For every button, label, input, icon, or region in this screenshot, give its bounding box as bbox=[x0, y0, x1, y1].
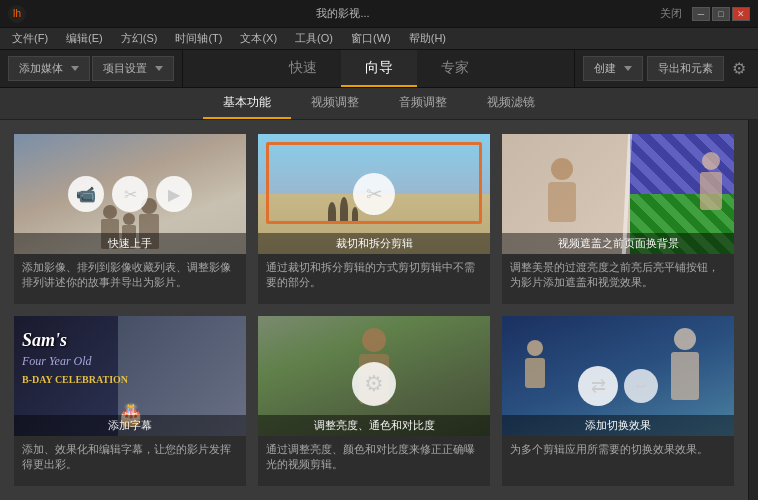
mode-tab-expert[interactable]: 专家 bbox=[417, 50, 493, 87]
create-label: 创建 bbox=[594, 61, 616, 76]
video-icon: 📹 bbox=[68, 176, 104, 212]
card-quick-start[interactable]: 📹 ✂ ▶ 快速上手 添加影像、排列到影像收藏列表、调整影像排列讲述你的故事并导… bbox=[14, 134, 246, 304]
project-settings-dropdown-icon bbox=[155, 66, 163, 71]
sub-tab-basic[interactable]: 基本功能 bbox=[203, 88, 291, 119]
maximize-button[interactable]: □ bbox=[712, 7, 730, 21]
sub-tab-filter[interactable]: 视频滤镜 bbox=[467, 88, 555, 119]
menu-effects[interactable]: 方幻(S) bbox=[113, 29, 166, 48]
card-add-text[interactable]: Sam's Four Year Old B-DAY CELEBRATION 🎂 … bbox=[14, 316, 246, 486]
right-sidebar bbox=[748, 120, 758, 500]
card-add-text-image: Sam's Four Year Old B-DAY CELEBRATION 🎂 … bbox=[14, 316, 246, 436]
add-media-button[interactable]: 添加媒体 bbox=[8, 56, 90, 81]
play-icon: ▶ bbox=[156, 176, 192, 212]
sub-tab-audio[interactable]: 音频调整 bbox=[379, 88, 467, 119]
card1-label: 快速上手 bbox=[14, 233, 246, 254]
close-hint: 关闭 bbox=[660, 6, 682, 21]
project-settings-label: 项目设置 bbox=[103, 61, 147, 76]
card5-desc: 通过调整亮度、颜色和对比度来修正正确曝光的视频剪辑。 bbox=[258, 436, 490, 486]
window-title: 我的影视... bbox=[26, 6, 660, 21]
create-dropdown-icon bbox=[624, 66, 632, 71]
card-multi-settings-image: ⇄ ↔ 添加切换效果 bbox=[502, 316, 734, 436]
menu-bar: 文件(F) 编辑(E) 方幻(S) 时间轴(T) 文本(X) 工具(O) 窗口(… bbox=[0, 28, 758, 50]
sub-tabs: 基本功能 视频调整 音频调整 视频滤镜 bbox=[0, 88, 758, 120]
sliders-icon: ⚙ bbox=[352, 362, 396, 406]
add-media-label: 添加媒体 bbox=[19, 61, 63, 76]
app-logo: Ih bbox=[8, 5, 26, 23]
project-settings-button[interactable]: 项目设置 bbox=[92, 56, 174, 81]
card-bg-replace-image: 视频遮盖之前页面换背景 bbox=[502, 134, 734, 254]
mode-tab-guide[interactable]: 向导 bbox=[341, 50, 417, 87]
sub-tab-video[interactable]: 视频调整 bbox=[291, 88, 379, 119]
card-color-correct-image: ⚙ 调整亮度、通色和对比度 bbox=[258, 316, 490, 436]
scissors-icon: ✂ bbox=[112, 176, 148, 212]
title-bar-left: Ih bbox=[8, 5, 26, 23]
create-button[interactable]: 创建 bbox=[583, 56, 643, 81]
toolbar-right: 创建 导出和元素 ⚙ bbox=[574, 50, 758, 87]
card-quick-start-image: 📹 ✂ ▶ 快速上手 bbox=[14, 134, 246, 254]
card6-desc: 为多个剪辑应用所需要的切换效果效果。 bbox=[502, 436, 734, 486]
settings-icon[interactable]: ⚙ bbox=[728, 58, 750, 80]
menu-file[interactable]: 文件(F) bbox=[4, 29, 56, 48]
minimize-button[interactable]: ─ bbox=[692, 7, 710, 21]
card2-label: 裁切和拆分剪辑 bbox=[258, 233, 490, 254]
title-bar: Ih 我的影视... 关闭 ─ □ ✕ bbox=[0, 0, 758, 28]
toolbar-left: 添加媒体 项目设置 bbox=[0, 50, 183, 87]
transition-icon: ⇄ bbox=[578, 366, 618, 406]
menu-edit[interactable]: 编辑(E) bbox=[58, 29, 111, 48]
close-button[interactable]: ✕ bbox=[732, 7, 750, 21]
card5-label: 调整亮度、通色和对比度 bbox=[258, 415, 490, 436]
export-button[interactable]: 导出和元素 bbox=[647, 56, 724, 81]
card3-label: 视频遮盖之前页面换背景 bbox=[502, 233, 734, 254]
menu-help[interactable]: 帮助(H) bbox=[401, 29, 454, 48]
mode-tab-quick[interactable]: 快速 bbox=[265, 50, 341, 87]
card4-desc: 添加、效果化和编辑字幕，让您的影片发挥得更出彩。 bbox=[14, 436, 246, 486]
card-cut-split-image: ✂ 裁切和拆分剪辑 bbox=[258, 134, 490, 254]
main-toolbar: 添加媒体 项目设置 快速 向导 专家 创建 导出和元素 ⚙ bbox=[0, 50, 758, 88]
card-multi-settings[interactable]: ⇄ ↔ 添加切换效果 为多个剪辑应用所需要的切换效果效果。 bbox=[502, 316, 734, 486]
menu-window[interactable]: 窗口(W) bbox=[343, 29, 399, 48]
card-bg-replace[interactable]: 视频遮盖之前页面换背景 调整美景的过渡亮度之前亮后亮平铺按钮，为影片添加遮盖和视… bbox=[502, 134, 734, 304]
multi-icon: ↔ bbox=[624, 369, 658, 403]
export-label: 导出和元素 bbox=[658, 61, 713, 76]
menu-tools[interactable]: 工具(O) bbox=[287, 29, 341, 48]
mode-tabs: 快速 向导 专家 bbox=[183, 50, 574, 87]
logo-text: Ih bbox=[13, 8, 21, 19]
card-color-correct[interactable]: ⚙ 调整亮度、通色和对比度 通过调整亮度、颜色和对比度来修正正确曝光的视频剪辑。 bbox=[258, 316, 490, 486]
card6-label: 添加切换效果 bbox=[502, 415, 734, 436]
add-media-dropdown-icon bbox=[71, 66, 79, 71]
card1-desc: 添加影像、排列到影像收藏列表、调整影像排列讲述你的故事并导出为影片。 bbox=[14, 254, 246, 304]
card-cut-split[interactable]: ✂ 裁切和拆分剪辑 通过裁切和拆分剪辑的方式剪切剪辑中不需要的部分。 bbox=[258, 134, 490, 304]
card3-desc: 调整美景的过渡亮度之前亮后亮平铺按钮，为影片添加遮盖和视觉效果。 bbox=[502, 254, 734, 304]
menu-text[interactable]: 文本(X) bbox=[232, 29, 285, 48]
content-area: 📹 ✂ ▶ 快速上手 添加影像、排列到影像收藏列表、调整影像排列讲述你的故事并导… bbox=[0, 120, 758, 500]
cards-grid: 📹 ✂ ▶ 快速上手 添加影像、排列到影像收藏列表、调整影像排列讲述你的故事并导… bbox=[0, 120, 748, 500]
window-controls: 关闭 ─ □ ✕ bbox=[660, 6, 750, 21]
menu-timeline[interactable]: 时间轴(T) bbox=[167, 29, 230, 48]
card4-label: 添加字幕 bbox=[14, 415, 246, 436]
card2-desc: 通过裁切和拆分剪辑的方式剪切剪辑中不需要的部分。 bbox=[258, 254, 490, 304]
cut-icon: ✂ bbox=[353, 173, 395, 215]
